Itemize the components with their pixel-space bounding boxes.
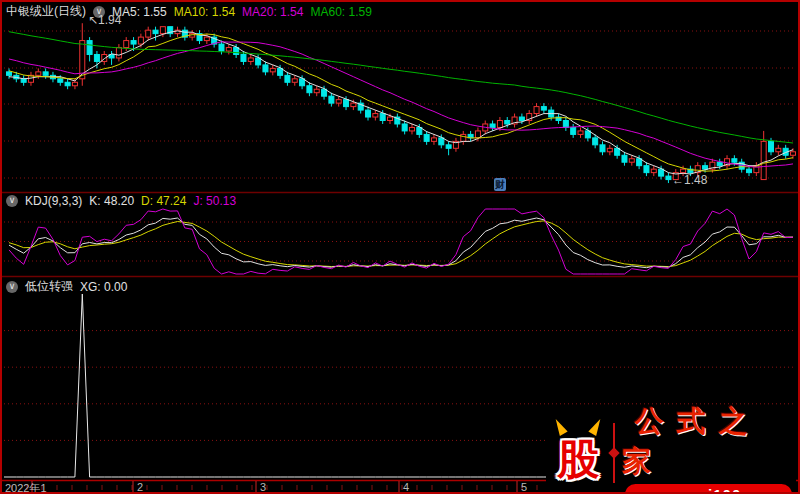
diamond-icon <box>608 447 619 458</box>
price-low-label: 1.48 <box>684 173 707 187</box>
collapse-icon[interactable]: ∨ <box>6 281 18 293</box>
main-panel-header: 中银绒业(日线) ∨ MA5: 1.55 MA10: 1.54 MA20: 1.… <box>6 3 372 20</box>
kdj-j-value: J: 50.13 <box>193 194 236 208</box>
kdj-indicator-label: KDJ(9,3,3) <box>25 194 82 208</box>
logo-site-title: 公式之家 <box>622 402 796 482</box>
logo-bull-mark: 股 <box>552 420 608 486</box>
arrow-up-left-icon: ↖ <box>88 13 98 27</box>
collapse-icon[interactable]: ∨ <box>6 195 18 207</box>
axis-month-label: 2022年1 <box>5 481 47 494</box>
logo-site-url[interactable]: www.gszj100.com <box>625 484 792 494</box>
kdj-k-value: K: 48.20 <box>89 194 134 208</box>
kdj-d-value: D: 47.24 <box>141 194 186 208</box>
xg-panel-header: ∨ 低位转强 XG: 0.00 <box>6 278 127 295</box>
xg-value: XG: 0.00 <box>80 280 127 294</box>
ma10-legend: MA10: 1.54 <box>174 5 235 19</box>
logo-divider <box>613 423 615 483</box>
ma20-legend: MA20: 1.54 <box>242 5 303 19</box>
site-logo: 股 公式之家 www.gszj100.com <box>546 416 796 490</box>
axis-month-label: 4 <box>403 481 409 493</box>
price-low-annotation: ←1.48 <box>672 173 707 187</box>
logo-stock-character: 股 <box>557 432 599 488</box>
arrow-left-icon: ← <box>672 173 684 187</box>
price-high-label: 1.94 <box>98 13 121 27</box>
ma60-legend: MA60: 1.59 <box>310 5 371 19</box>
axis-month-label: 3 <box>260 481 266 493</box>
axis-month-label: 5 <box>521 481 527 493</box>
stock-title: 中银绒业(日线) <box>6 3 86 20</box>
news-badge[interactable]: 财 <box>494 178 506 191</box>
xg-indicator-label: 低位转强 <box>25 278 73 295</box>
kdj-panel-header: ∨ KDJ(9,3,3) K: 48.20 D: 47.24 J: 50.13 <box>6 194 236 208</box>
stock-chart-window: 中银绒业(日线) ∨ MA5: 1.55 MA10: 1.54 MA20: 1.… <box>0 0 800 494</box>
axis-month-label: 2 <box>137 481 143 493</box>
price-high-annotation: ↖1.94 <box>88 13 121 27</box>
